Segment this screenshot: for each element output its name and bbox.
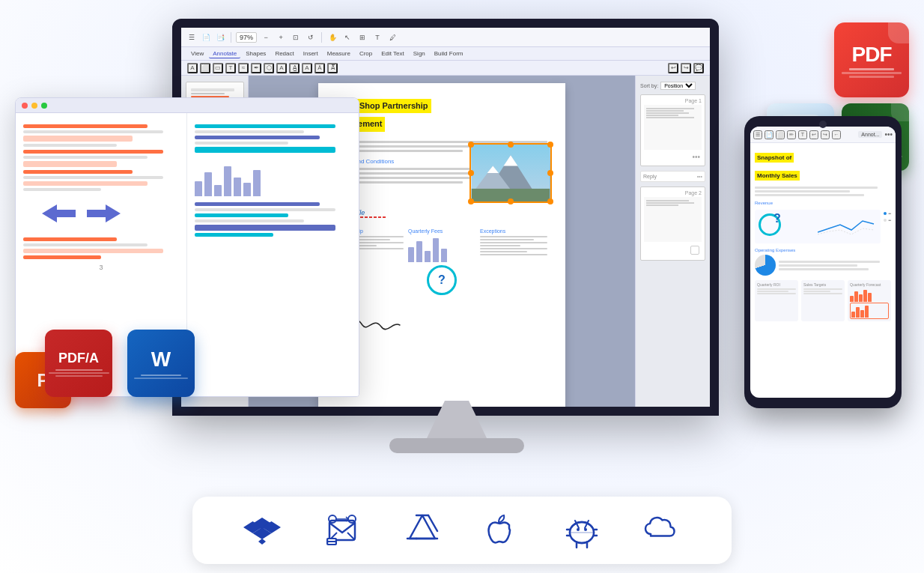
drag-handle-lm[interactable] [468, 170, 474, 176]
print-share-icon[interactable] [323, 512, 361, 549]
shapes-menu[interactable]: Shapes [242, 49, 270, 58]
mark-ann-btn[interactable]: ≈ [238, 63, 249, 73]
right-thumb-page2[interactable]: Page 2 [640, 187, 705, 261]
minimize-window-btn[interactable] [31, 103, 37, 109]
tablet-revenue-label: Revenue [755, 201, 891, 205]
text2-ann-btn[interactable]: A [276, 63, 287, 73]
annotation-bar: A ⬜ ▭ T ≈ ✒ ⬡ A A̲ A Ā A̅ ↩ ↪ 💬 [181, 61, 710, 76]
tablet-camera [819, 121, 827, 128]
undo-ann-btn[interactable]: ↩ [668, 63, 678, 73]
comment-ann-btn[interactable]: 💬 [693, 63, 704, 73]
zoom-display: 97% [236, 32, 257, 43]
drag-handle-bl[interactable] [468, 198, 474, 204]
pages-icon[interactable]: 📑 [214, 31, 226, 43]
right-arrow-icon [83, 201, 124, 227]
sort-dropdown[interactable]: Position [660, 82, 696, 90]
type-ann-btn[interactable]: T [225, 63, 236, 73]
r-gray-line-2 [195, 142, 288, 145]
drag-handle-bm[interactable] [508, 198, 514, 204]
redact-menu[interactable]: Redact [271, 49, 297, 58]
te-line-2 [779, 264, 857, 267]
text4-ann-btn[interactable]: A [302, 63, 312, 73]
pen-ann-btn[interactable]: ✒ [251, 63, 261, 73]
build-form-menu[interactable]: Build Form [431, 49, 467, 58]
pdfa-badge[interactable]: PDF/A [45, 330, 112, 397]
onedrive-icon[interactable] [643, 512, 681, 549]
page2-checkbox[interactable] [690, 246, 699, 255]
apple-icon[interactable] [483, 512, 520, 549]
tablet-col2-title: Sales Targets [803, 282, 842, 287]
view-menu[interactable]: View [187, 49, 207, 58]
annotate-menu[interactable]: Annotate [209, 49, 240, 58]
text3-ann-btn[interactable]: A̲ [289, 63, 300, 73]
pdf-icon[interactable]: PDF [834, 22, 909, 97]
r-bar-1 [195, 181, 202, 196]
pdf-menu-bar: View Annotate Shapes Redact Insert Measu… [181, 47, 710, 61]
blue-line-3 [195, 225, 335, 231]
drag-handle-tl[interactable] [468, 142, 474, 148]
redo-ann-btn[interactable]: ↪ [681, 63, 691, 73]
reply-box[interactable]: Reply ••• [640, 171, 705, 182]
legend-dot-1 [884, 212, 887, 215]
crop-icon[interactable]: ⊞ [356, 31, 368, 43]
shape-ann-btn[interactable]: ⬡ [264, 63, 274, 73]
tablet-redo-btn[interactable]: ↪ [821, 130, 830, 139]
text-ann-btn[interactable]: A [187, 63, 198, 73]
crop-menu[interactable]: Crop [356, 49, 376, 58]
tablet-more-btn[interactable]: ••• [884, 130, 893, 139]
orange-line-5 [23, 255, 101, 259]
google-drive-icon[interactable] [404, 512, 441, 549]
rect-ann-btn[interactable]: ▭ [213, 63, 223, 73]
tablet-menu-btn[interactable]: ☰ [753, 130, 762, 139]
sep2 [321, 32, 322, 43]
menu-icon[interactable]: ☰ [186, 31, 198, 43]
box-ann-btn[interactable]: ⬜ [200, 63, 210, 73]
drag-handle-rm[interactable] [547, 170, 553, 176]
tablet-chart-area: ? •• [755, 210, 891, 243]
text-cursor-icon[interactable]: T [371, 31, 383, 43]
hand-icon[interactable]: ✋ [326, 31, 338, 43]
dropbox-icon[interactable] [243, 512, 281, 549]
edit-text-menu[interactable]: Edit Text [377, 49, 408, 58]
fit-page-icon[interactable]: ⊡ [290, 31, 302, 43]
monitor-base [389, 438, 524, 453]
select-icon[interactable]: ↖ [341, 31, 353, 43]
highlight-icon[interactable]: 🖊 [386, 31, 398, 43]
page-icon[interactable]: 📄 [200, 31, 212, 43]
zoom-out-icon[interactable]: − [260, 31, 272, 43]
maximize-window-btn[interactable] [41, 103, 47, 109]
drag-handle-tm[interactable] [508, 142, 514, 148]
tablet-back-btn[interactable]: ← [832, 130, 841, 139]
e-line-4 [480, 245, 520, 246]
rotate-icon[interactable]: ↺ [305, 31, 317, 43]
orange-light-line-1 [23, 136, 133, 142]
tablet-question-icon: ? [773, 212, 781, 225]
zoom-in-icon[interactable]: + [275, 31, 287, 43]
page1-more-btn[interactable]: ••• [692, 153, 700, 161]
android-icon[interactable] [563, 512, 601, 549]
tablet-edit-btn[interactable]: ✏ [787, 130, 796, 139]
drag-handle-tr[interactable] [547, 142, 553, 148]
tablet-doc-btn[interactable]: 📄 [765, 130, 773, 139]
close-window-btn[interactable] [22, 103, 28, 109]
tablet-box-btn[interactable]: ⬜ [776, 130, 785, 139]
sign-menu[interactable]: Sign [410, 49, 429, 58]
text5-ann-btn[interactable]: Ā [314, 63, 325, 73]
col-fees: Quarterly Fees ? [408, 228, 475, 298]
t-bar2-4 [865, 306, 869, 318]
document-image[interactable] [469, 143, 552, 203]
cyan-line-4 [195, 233, 273, 237]
tablet-undo-btn[interactable]: ↩ [809, 130, 818, 139]
t-bar-4 [863, 290, 867, 302]
left-arrow-icon [38, 201, 79, 227]
right-thumb-page1[interactable]: Page 1 ••• [640, 94, 705, 166]
text6-ann-btn[interactable]: A̅ [327, 63, 338, 73]
tablet-title-block: Snapshot of Monthly Sales [755, 149, 891, 185]
measure-menu[interactable]: Measure [323, 49, 354, 58]
blue-line-1 [195, 136, 320, 139]
t-bar-2 [854, 291, 858, 302]
word-badge[interactable]: W [127, 330, 195, 397]
drag-handle-br[interactable] [547, 198, 553, 204]
insert-menu[interactable]: Insert [300, 49, 322, 58]
tablet-text-btn[interactable]: T [798, 130, 807, 139]
